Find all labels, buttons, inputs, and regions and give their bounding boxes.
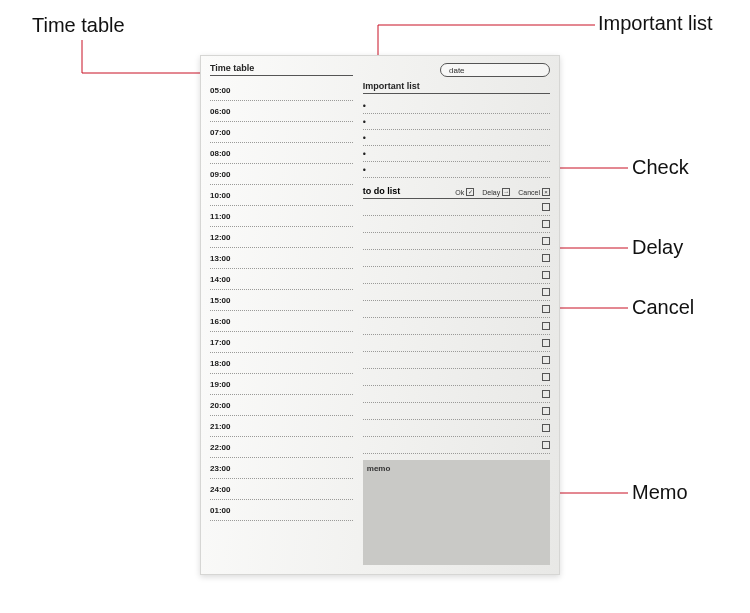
todo-checkbox[interactable] bbox=[542, 305, 550, 313]
todo-row[interactable] bbox=[363, 250, 550, 267]
timetable-row[interactable]: 16:00 bbox=[210, 311, 353, 332]
important-rows bbox=[363, 98, 550, 178]
todo-checkbox[interactable] bbox=[542, 288, 550, 296]
todo-row[interactable] bbox=[363, 284, 550, 301]
important-row[interactable] bbox=[363, 130, 550, 146]
todo-checkbox[interactable] bbox=[542, 441, 550, 449]
todo-row[interactable] bbox=[363, 318, 550, 335]
timetable-title: Time table bbox=[210, 63, 353, 76]
timetable-row[interactable]: 15:00 bbox=[210, 290, 353, 311]
todo-row[interactable] bbox=[363, 335, 550, 352]
todo-row[interactable] bbox=[363, 352, 550, 369]
todo-checkbox[interactable] bbox=[542, 339, 550, 347]
todo-checkbox[interactable] bbox=[542, 390, 550, 398]
important-row[interactable] bbox=[363, 162, 550, 178]
timetable-row[interactable]: 23:00 bbox=[210, 458, 353, 479]
todo-row[interactable] bbox=[363, 199, 550, 216]
todo-rows bbox=[363, 199, 550, 454]
legend-ok: Ok ✓ bbox=[455, 188, 474, 196]
timetable-row[interactable]: 14:00 bbox=[210, 269, 353, 290]
todo-row[interactable] bbox=[363, 301, 550, 318]
memo-label: memo bbox=[367, 464, 391, 473]
annotation-check: Check bbox=[632, 156, 689, 179]
todo-checkbox[interactable] bbox=[542, 424, 550, 432]
legend-delay-icon: → bbox=[502, 188, 510, 196]
timetable-row[interactable]: 13:00 bbox=[210, 248, 353, 269]
timetable-row[interactable]: 22:00 bbox=[210, 437, 353, 458]
timetable-row[interactable]: 09:00 bbox=[210, 164, 353, 185]
todo-row[interactable] bbox=[363, 216, 550, 233]
timetable-row[interactable]: 19:00 bbox=[210, 374, 353, 395]
todo-checkbox[interactable] bbox=[542, 220, 550, 228]
legend-delay: Delay → bbox=[482, 188, 510, 196]
legend-cancel: Cancel × bbox=[518, 188, 550, 196]
todo-title: to do list bbox=[363, 186, 456, 196]
todo-checkbox[interactable] bbox=[542, 373, 550, 381]
todo-row[interactable] bbox=[363, 267, 550, 284]
date-row: date bbox=[363, 63, 550, 77]
todo-row[interactable] bbox=[363, 233, 550, 250]
timetable-row[interactable]: 11:00 bbox=[210, 206, 353, 227]
timetable-row[interactable]: 17:00 bbox=[210, 332, 353, 353]
todo-checkbox[interactable] bbox=[542, 203, 550, 211]
timetable-row[interactable]: 21:00 bbox=[210, 416, 353, 437]
timetable-row[interactable]: 18:00 bbox=[210, 353, 353, 374]
right-column: date Important list to do list Ok ✓ Dela… bbox=[363, 63, 550, 565]
annotation-memo: Memo bbox=[632, 481, 688, 504]
memo-box[interactable]: memo bbox=[363, 460, 550, 565]
todo-checkbox[interactable] bbox=[542, 254, 550, 262]
todo-checkbox[interactable] bbox=[542, 356, 550, 364]
todo-row[interactable] bbox=[363, 403, 550, 420]
date-label: date bbox=[449, 66, 465, 75]
todo-checkbox[interactable] bbox=[542, 407, 550, 415]
timetable-rows: 05:0006:0007:0008:0009:0010:0011:0012:00… bbox=[210, 80, 353, 521]
legend-cancel-icon: × bbox=[542, 188, 550, 196]
todo-checkbox[interactable] bbox=[542, 237, 550, 245]
annotation-delay: Delay bbox=[632, 236, 683, 259]
annotation-cancel: Cancel bbox=[632, 296, 694, 319]
timetable-row[interactable]: 07:00 bbox=[210, 122, 353, 143]
timetable-row[interactable]: 10:00 bbox=[210, 185, 353, 206]
todo-row[interactable] bbox=[363, 420, 550, 437]
todo-checkbox[interactable] bbox=[542, 322, 550, 330]
timetable-row[interactable]: 05:00 bbox=[210, 80, 353, 101]
annotation-timetable: Time table bbox=[32, 14, 125, 37]
todo-legend: Ok ✓ Delay → Cancel × bbox=[455, 188, 550, 196]
todo-header: to do list Ok ✓ Delay → Cancel × bbox=[363, 186, 550, 199]
important-row[interactable] bbox=[363, 98, 550, 114]
important-title: Important list bbox=[363, 81, 550, 94]
timetable-row[interactable]: 12:00 bbox=[210, 227, 353, 248]
todo-row[interactable] bbox=[363, 437, 550, 454]
todo-checkbox[interactable] bbox=[542, 271, 550, 279]
timetable-column: Time table 05:0006:0007:0008:0009:0010:0… bbox=[210, 63, 353, 565]
legend-ok-text: Ok bbox=[455, 189, 464, 196]
timetable-row[interactable]: 08:00 bbox=[210, 143, 353, 164]
important-row[interactable] bbox=[363, 114, 550, 130]
legend-delay-text: Delay bbox=[482, 189, 500, 196]
date-field[interactable]: date bbox=[440, 63, 550, 77]
important-row[interactable] bbox=[363, 146, 550, 162]
todo-row[interactable] bbox=[363, 369, 550, 386]
timetable-row[interactable]: 01:00 bbox=[210, 500, 353, 521]
timetable-row[interactable]: 06:00 bbox=[210, 101, 353, 122]
planner-page: Time table 05:0006:0007:0008:0009:0010:0… bbox=[200, 55, 560, 575]
timetable-row[interactable]: 20:00 bbox=[210, 395, 353, 416]
legend-ok-icon: ✓ bbox=[466, 188, 474, 196]
todo-row[interactable] bbox=[363, 386, 550, 403]
timetable-row[interactable]: 24:00 bbox=[210, 479, 353, 500]
annotation-important: Important list bbox=[598, 12, 712, 35]
legend-cancel-text: Cancel bbox=[518, 189, 540, 196]
